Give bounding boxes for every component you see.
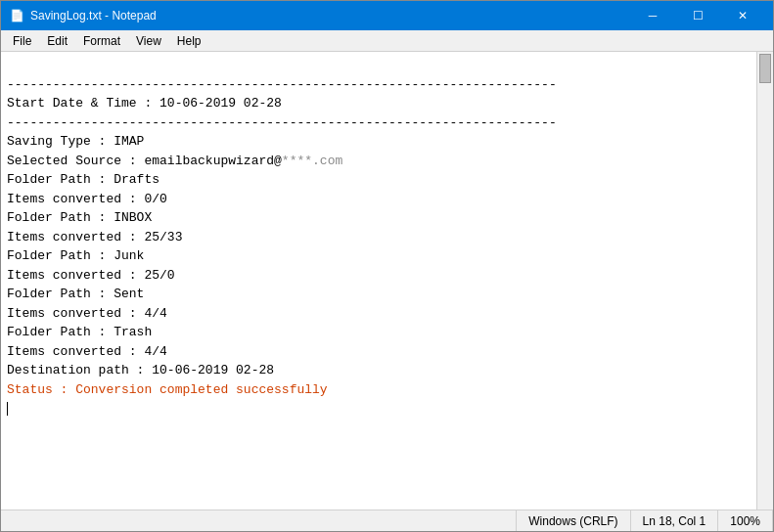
menu-view[interactable]: View	[128, 31, 169, 51]
source-line: Selected Source : emailbackupwizard@****…	[7, 154, 342, 168]
folder-inbox-line: Folder Path : INBOX	[7, 210, 152, 225]
minimize-button[interactable]: ─	[630, 1, 675, 30]
divider-line-2: ----------------------------------------…	[7, 115, 557, 130]
status-zoom: 100%	[718, 510, 773, 531]
status-line-ending: Windows (CRLF)	[517, 510, 630, 531]
cursor-position	[7, 401, 10, 416]
close-button[interactable]: ✕	[720, 1, 765, 30]
scrollbar[interactable]	[756, 52, 773, 510]
text-editor[interactable]: ----------------------------------------…	[1, 52, 756, 510]
maximize-button[interactable]: ☐	[675, 1, 720, 30]
window-controls: ─ ☐ ✕	[630, 1, 765, 30]
menu-help[interactable]: Help	[169, 31, 209, 51]
items-sent-line: Items converted : 4/4	[7, 306, 167, 321]
status-bar: Windows (CRLF) Ln 18, Col 1 100%	[1, 510, 773, 531]
menu-edit[interactable]: Edit	[39, 31, 75, 51]
start-date-line: Start Date & Time : 10-06-2019 02-28	[7, 96, 282, 111]
editor-area: ----------------------------------------…	[1, 52, 773, 510]
window-title: SavingLog.txt - Notepad	[30, 9, 630, 22]
folder-sent-line: Folder Path : Sent	[7, 287, 144, 301]
status-empty	[1, 510, 517, 531]
menu-format[interactable]: Format	[75, 31, 128, 51]
menu-file[interactable]: File	[5, 31, 39, 51]
items-drafts-line: Items converted : 0/0	[7, 192, 167, 206]
items-trash-line: Items converted : 4/4	[7, 344, 167, 359]
notepad-window: 📄 SavingLog.txt - Notepad ─ ☐ ✕ File Edi…	[0, 0, 774, 532]
divider-line-1: ----------------------------------------…	[7, 77, 557, 92]
items-junk-line: Items converted : 25/0	[7, 268, 175, 283]
title-bar: 📄 SavingLog.txt - Notepad ─ ☐ ✕	[1, 1, 773, 30]
folder-junk-line: Folder Path : Junk	[7, 248, 144, 263]
items-inbox-line: Items converted : 25/33	[7, 230, 182, 244]
folder-drafts-line: Folder Path : Drafts	[7, 172, 159, 187]
destination-line: Destination path : 10-06-2019 02-28	[7, 363, 274, 377]
status-position: Ln 18, Col 1	[631, 510, 719, 531]
menu-bar: File Edit Format View Help	[1, 30, 773, 52]
scrollbar-thumb[interactable]	[759, 54, 771, 83]
status-line: Status : Conversion completed successful…	[7, 382, 328, 397]
saving-type-line: Saving Type : IMAP	[7, 134, 144, 149]
app-icon: 📄	[9, 8, 24, 23]
folder-trash-line: Folder Path : Trash	[7, 325, 152, 339]
